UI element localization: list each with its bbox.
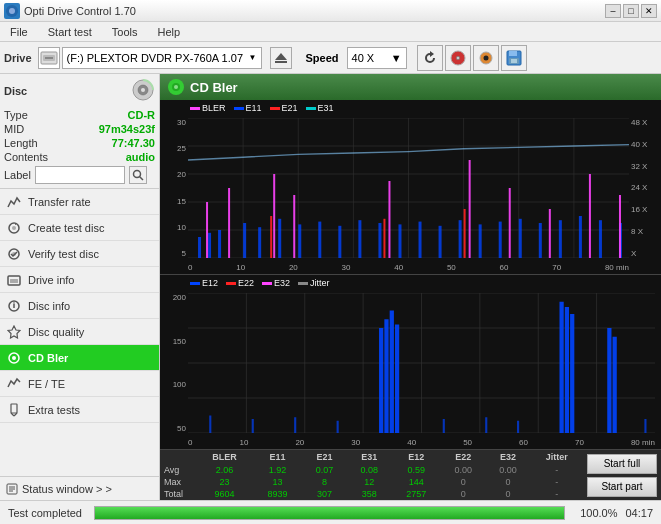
svg-rect-90	[383, 219, 385, 258]
svg-rect-110	[570, 314, 574, 433]
drive-label: Drive	[4, 52, 32, 64]
nav-verify-test-disc-label: Verify test disc	[28, 248, 99, 260]
menu-file[interactable]: File	[4, 24, 34, 40]
progress-bar-container	[94, 506, 565, 520]
cd-icon-button[interactable]	[445, 45, 471, 71]
nav-fe-te[interactable]: FE / TE	[0, 371, 159, 397]
save-button[interactable]	[501, 45, 527, 71]
svg-point-42	[174, 85, 178, 89]
transfer-rate-icon	[6, 194, 22, 210]
label-input[interactable]	[35, 166, 125, 184]
start-full-button[interactable]: Start full	[587, 454, 657, 474]
e22-legend-label: E22	[238, 278, 254, 288]
total-e12: 2757	[392, 488, 441, 500]
refresh-button[interactable]	[417, 45, 443, 71]
nav-disc-info-label: Disc info	[28, 300, 70, 312]
nav-create-test-disc[interactable]: Create test disc	[0, 215, 159, 241]
drive-dropdown[interactable]: (F:) PLEXTOR DVDR PX-760A 1.07 ▼	[62, 47, 262, 69]
svg-rect-69	[439, 226, 442, 258]
speed-dropdown[interactable]: 40 X ▼	[347, 47, 407, 69]
svg-rect-105	[384, 319, 388, 433]
chart-title-icon	[168, 79, 184, 95]
svg-rect-6	[275, 61, 287, 63]
nav-cd-bler[interactable]: CD Bler	[0, 345, 159, 371]
menu-start-test[interactable]: Start test	[42, 24, 98, 40]
e22-legend-color	[226, 282, 236, 285]
svg-rect-91	[464, 209, 466, 258]
max-e32: 0	[486, 476, 531, 488]
bottom-chart-svg	[188, 293, 655, 433]
total-e31: 358	[347, 488, 392, 500]
svg-point-9	[457, 57, 459, 59]
max-e22: 0	[441, 476, 486, 488]
nav-disc-info[interactable]: Disc info	[0, 293, 159, 319]
bler-legend-label: BLER	[202, 103, 226, 113]
maximize-button[interactable]: □	[623, 4, 639, 18]
drive-bar: Drive (F:) PLEXTOR DVDR PX-760A 1.07 ▼ S…	[0, 42, 661, 74]
table-row-total: Total 9604 8939 307 358 2757 0 0 -	[160, 488, 583, 500]
svg-rect-72	[499, 222, 502, 258]
nav-drive-info[interactable]: Drive info	[0, 267, 159, 293]
svg-rect-118	[485, 417, 487, 433]
progress-percentage: 100.0%	[577, 507, 617, 519]
nav-transfer-rate[interactable]: Transfer rate	[0, 189, 159, 215]
avg-e31: 0.08	[347, 464, 392, 476]
menu-tools[interactable]: Tools	[106, 24, 144, 40]
svg-rect-104	[379, 328, 383, 433]
total-label: Total	[160, 488, 196, 500]
max-e31: 12	[347, 476, 392, 488]
close-button[interactable]: ✕	[641, 4, 657, 18]
contents-value: audio	[126, 151, 155, 163]
svg-rect-56	[198, 237, 201, 258]
svg-rect-114	[252, 419, 254, 433]
svg-rect-115	[294, 417, 296, 433]
toolbar-buttons	[417, 45, 527, 71]
svg-rect-83	[388, 181, 390, 258]
nav-verify-test-disc[interactable]: Verify test disc	[0, 241, 159, 267]
data-table-wrapper: BLER E11 E21 E31 E12 E22 E32 Jitter Avg	[160, 450, 583, 500]
svg-rect-67	[398, 224, 401, 258]
svg-rect-119	[517, 421, 519, 433]
svg-rect-108	[559, 302, 563, 433]
svg-point-18	[141, 88, 145, 92]
write-button[interactable]	[473, 45, 499, 71]
total-e21: 307	[302, 488, 347, 500]
status-window-button[interactable]: Status window > >	[0, 476, 159, 500]
svg-rect-113	[209, 416, 211, 434]
col-header-e12: E12	[392, 450, 441, 464]
drive-disc-icon	[38, 47, 60, 69]
bler-legend-color	[190, 107, 200, 110]
drive-select: (F:) PLEXTOR DVDR PX-760A 1.07 ▼	[38, 47, 262, 69]
svg-point-1	[9, 8, 15, 14]
app-icon	[4, 3, 20, 19]
nav-extra-tests[interactable]: Extra tests	[0, 397, 159, 423]
svg-rect-63	[318, 222, 321, 258]
total-bler: 9604	[196, 488, 253, 500]
avg-e11: 1.92	[253, 464, 302, 476]
nav-disc-quality[interactable]: Disc quality	[0, 319, 159, 345]
eject-button[interactable]	[270, 47, 292, 69]
minimize-button[interactable]: –	[605, 4, 621, 18]
bottom-chart-x-axis: 0 10 20 30 40 50 60 70 80 min	[188, 438, 655, 447]
e21-legend-color	[270, 107, 280, 110]
disc-icon	[131, 78, 155, 104]
svg-rect-81	[273, 174, 275, 258]
extra-tests-icon	[6, 402, 22, 418]
max-e12: 144	[392, 476, 441, 488]
disc-title: Disc	[4, 85, 27, 97]
svg-rect-107	[395, 325, 399, 434]
start-part-button[interactable]: Start part	[587, 477, 657, 497]
progress-bar-fill	[95, 507, 564, 519]
svg-rect-34	[11, 404, 17, 413]
svg-rect-111	[607, 328, 611, 433]
main-layout: Disc Type CD-R MID 97m34s23f	[0, 74, 661, 500]
menu-help[interactable]: Help	[151, 24, 186, 40]
svg-rect-85	[509, 188, 511, 258]
max-jitter: -	[530, 476, 583, 488]
max-e21: 8	[302, 476, 347, 488]
svg-rect-61	[278, 219, 281, 258]
label-search-button[interactable]	[129, 166, 147, 184]
avg-bler: 2.06	[196, 464, 253, 476]
max-bler: 23	[196, 476, 253, 488]
svg-point-22	[12, 226, 16, 230]
